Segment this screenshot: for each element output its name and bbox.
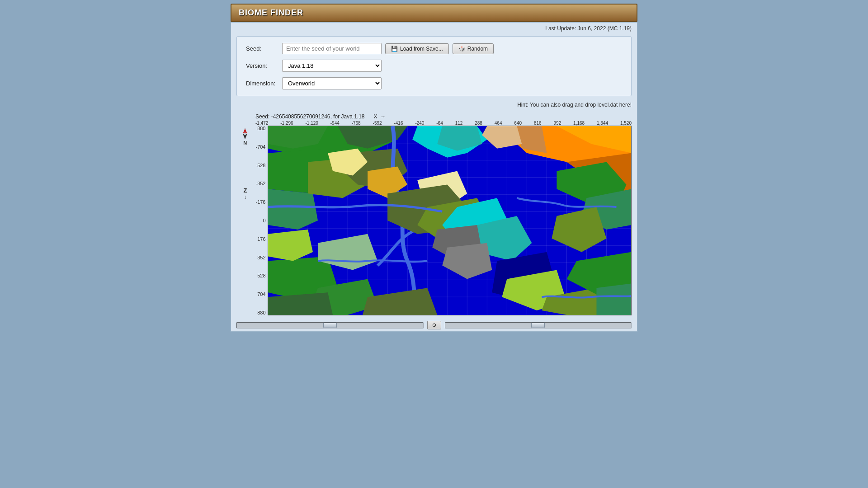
x-tick: -1,120	[306, 121, 318, 126]
x-tick: 288	[475, 121, 482, 126]
x-tick: 464	[495, 121, 502, 126]
title-bar: BIOME FINDER	[231, 4, 637, 22]
x-tick: 1,520	[620, 121, 632, 126]
map-container: Seed: -426540855627009124​6, for Java 1.…	[236, 113, 632, 315]
z-down-arrow: ↓	[244, 194, 246, 200]
y-tick: -528	[254, 163, 266, 168]
random-icon: 🎲	[458, 46, 465, 52]
scrollbar-area: ⊙	[236, 321, 632, 329]
horizontal-scrollbar-right[interactable]	[445, 322, 632, 328]
y-tick: -704	[254, 144, 266, 150]
dimension-select[interactable]: Overworld Nether The End	[282, 77, 382, 89]
x-tick: -768	[352, 121, 361, 126]
map-svg	[268, 126, 632, 315]
x-tick: -1,296	[280, 121, 293, 126]
x-tick: -240	[415, 121, 424, 126]
seed-row: Seed: 💾 Load from Save... 🎲 Random	[246, 43, 622, 54]
x-tick: -416	[394, 121, 403, 126]
x-tick: -944	[330, 121, 340, 126]
version-select[interactable]: Java 1.18 Java 1.17 Java 1.16 Java 1.15 …	[282, 60, 382, 72]
y-tick: 0	[254, 218, 266, 223]
main-container: BIOME FINDER Last Update: Jun 6, 2022 (M…	[231, 0, 637, 332]
form-panel: Seed: 💾 Load from Save... 🎲 Random Versi…	[236, 36, 632, 96]
load-save-button[interactable]: 💾 Load from Save...	[385, 43, 449, 54]
load-icon: 💾	[391, 46, 398, 52]
map-seed-label: Seed: -426540855627009124​6, for Java 1.…	[255, 113, 365, 120]
y-tick: 176	[254, 236, 266, 242]
scrollbar-thumb-right	[531, 323, 545, 328]
svg-marker-66	[596, 283, 631, 315]
center-button[interactable]: ⊙	[427, 321, 441, 329]
dimension-label: Dimension:	[246, 80, 282, 87]
svg-marker-41	[268, 189, 318, 230]
last-update: Last Update: Jun 6, 2022 (MC 1.19)	[231, 23, 637, 33]
x-tick: 992	[554, 121, 561, 126]
y-tick: -352	[254, 181, 266, 186]
dimension-row: Dimension: Overworld Nether The End	[246, 77, 622, 89]
load-save-label: Load from Save...	[400, 46, 443, 52]
version-label: Version:	[246, 62, 282, 69]
x-tick: 112	[455, 121, 463, 126]
content-area: Last Update: Jun 6, 2022 (MC 1.19) Seed:…	[231, 22, 637, 332]
random-button[interactable]: 🎲 Random	[453, 43, 494, 54]
compass: N	[240, 127, 250, 145]
seed-input[interactable]	[282, 43, 382, 54]
y-tick: 352	[254, 255, 266, 260]
y-tick: 704	[254, 291, 266, 297]
y-tick: -880	[254, 126, 266, 131]
x-tick: -64	[436, 121, 443, 126]
scrollbar-thumb-left	[323, 323, 337, 328]
horizontal-scrollbar-left[interactable]	[236, 322, 424, 328]
version-row: Version: Java 1.18 Java 1.17 Java 1.16 J…	[246, 60, 622, 72]
x-tick: -592	[373, 121, 382, 126]
x-tick: 816	[534, 121, 542, 126]
x-tick: 640	[514, 121, 522, 126]
seed-label: Seed:	[246, 45, 282, 52]
y-tick: -176	[254, 199, 266, 205]
app-title: BIOME FINDER	[239, 8, 629, 18]
hint-text: Hint: You can also drag and drop level.d…	[231, 100, 637, 112]
z-axis-label: Z	[243, 187, 247, 194]
y-tick: 528	[254, 273, 266, 278]
x-axis-label: X →	[374, 113, 386, 120]
x-tick: 1,344	[597, 121, 608, 126]
biome-map[interactable]	[268, 126, 632, 315]
x-tick: -1,472	[255, 121, 268, 126]
random-label: Random	[467, 46, 488, 52]
x-tick: 1,168	[573, 121, 585, 126]
y-tick: 880	[254, 310, 266, 315]
